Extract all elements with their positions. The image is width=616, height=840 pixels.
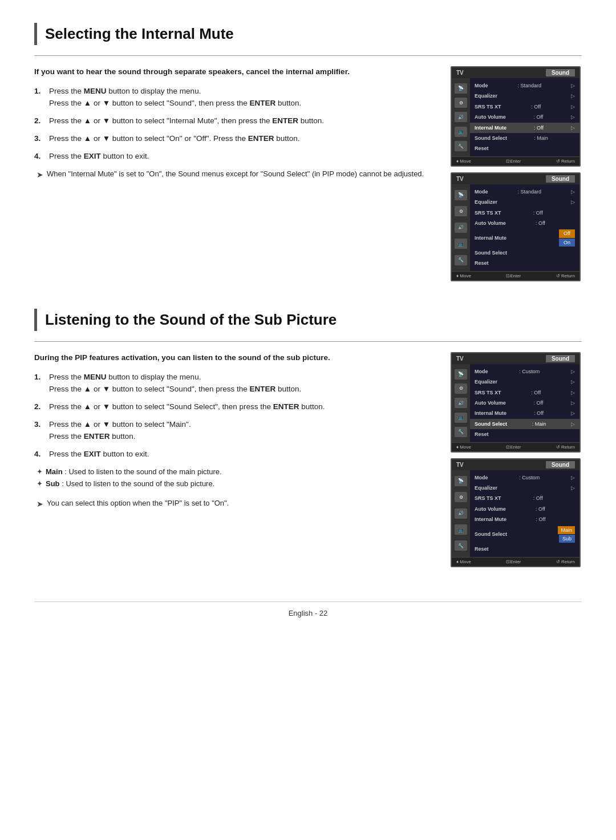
row2-equalizer: Equalizer ▷ — [470, 197, 579, 207]
row3-reset: Reset — [470, 429, 579, 439]
screen1-icons: 📡 ⚙ 🔊 📺 🔧 — [452, 78, 470, 156]
screen1-menu: Mode : Standard ▷ Equalizer ▷ SRS TS XT … — [470, 78, 579, 156]
section1-screen1: TV Sound 📡 ⚙ 🔊 📺 🔧 Mode : Standard — [451, 66, 581, 167]
section1-title: Selecting the Internal Mute — [34, 23, 582, 45]
screen2-body: 📡 ⚙ 🔊 📺 🔧 Mode : Standard ▷ Equ — [452, 184, 579, 271]
screen3-header: TV Sound — [452, 353, 579, 364]
icon4-antenna: 📡 — [455, 476, 467, 486]
internal-mute-on-box: On — [559, 239, 575, 247]
row4-srs: SRS TS XT : Off — [470, 493, 579, 503]
screen1-body: 📡 ⚙ 🔊 📺 🔧 Mode : Standard ▷ Equ — [452, 78, 579, 156]
icon2-settings3: 📺 — [455, 239, 467, 249]
icon3-settings3: 📺 — [455, 413, 467, 423]
icon2-antenna: 📡 — [455, 190, 467, 200]
section1-text-col: If you want to hear the sound through se… — [34, 66, 437, 181]
icon4-settings3: 📺 — [455, 524, 467, 535]
icon4-settings4: 🔧 — [455, 540, 467, 551]
row-srs: SRS TS XT : Off ▷ — [470, 102, 579, 112]
step-1-2: Press the ▲ or ▼ button to select "Inter… — [34, 115, 437, 127]
note2-arrow-icon: ➤ — [37, 498, 43, 510]
screen1-sound-label: Sound — [546, 69, 575, 76]
section2-screen2: TV Sound 📡 ⚙ 🔊 📺 🔧 Mode : Custom — [451, 458, 581, 567]
section1-steps: Press the MENU button to display the men… — [34, 86, 437, 163]
row3-internal-mute: Internal Mute : Off ▷ — [470, 408, 579, 418]
icon-settings1: ⚙ — [455, 98, 467, 108]
section2-intro: During the PIP features activation, you … — [34, 352, 437, 364]
row-reset-s1: Reset — [470, 143, 579, 154]
bullet-sub: ✦ Sub : Used to listen to the sound of t… — [37, 478, 437, 490]
row-internal-mute-s1: Internal Mute : Off ▷ — [470, 123, 579, 133]
screen1-footer: ♦ Move ⊡Enter ↺ Return — [452, 156, 579, 165]
icon3-settings2: 🔊 — [455, 398, 467, 408]
screen2-tv-label: TV — [456, 176, 464, 182]
icon4-settings2: 🔊 — [455, 508, 467, 519]
sound-select-main-box: Main — [558, 526, 575, 534]
screen2-icons: 📡 ⚙ 🔊 📺 🔧 — [452, 184, 470, 271]
screen4-body: 📡 ⚙ 🔊 📺 🔧 Mode : Custom ▷ Equal — [452, 470, 579, 557]
screen4-icons: 📡 ⚙ 🔊 📺 🔧 — [452, 470, 470, 557]
section2-screen1: TV Sound 📡 ⚙ 🔊 📺 🔧 Mode : Custom — [451, 352, 581, 453]
section-sub-picture: Listening to the Sound of the Sub Pictur… — [34, 309, 582, 567]
row-sound-select-s1: Sound Select : Main — [470, 133, 579, 143]
step-1-1: Press the MENU button to display the men… — [34, 86, 437, 110]
step-2-1: Press the MENU button to display the men… — [34, 371, 437, 395]
bullet-main: ✦ Main : Used to listen to the sound of … — [37, 466, 437, 478]
section1-screens: TV Sound 📡 ⚙ 🔊 📺 🔧 Mode : Standard — [451, 66, 582, 281]
row2-sound-select: Sound Select — [470, 248, 579, 258]
page-number: English - 22 — [289, 609, 328, 617]
screen1-header: TV Sound — [452, 67, 579, 78]
section2-steps: Press the MENU button to display the men… — [34, 371, 437, 461]
row-auto-volume: Auto Volume : Off ▷ — [470, 112, 579, 122]
section1-intro: If you want to hear the sound through se… — [34, 66, 437, 78]
section2-content: During the PIP features activation, you … — [34, 352, 582, 567]
row4-sound-select: Sound Select Main Sub — [470, 525, 579, 544]
row-equalizer: Equalizer ▷ — [470, 91, 579, 101]
section2-text-col: During the PIP features activation, you … — [34, 352, 437, 510]
step-2-4: Press the EXIT button to exit. — [34, 449, 437, 461]
icon3-antenna: 📡 — [455, 369, 467, 379]
screen2-header: TV Sound — [452, 173, 579, 184]
screen4-header: TV Sound — [452, 459, 579, 470]
screen2-footer: ♦ Move ⊡Enter ↺ Return — [452, 271, 579, 280]
screen3-menu: Mode : Custom ▷ Equalizer ▷ SRS TS XT : … — [470, 364, 579, 442]
icon2-settings1: ⚙ — [455, 206, 467, 216]
section2-divider — [34, 341, 582, 342]
screen1-tv-label: TV — [456, 70, 464, 76]
icon2-settings2: 🔊 — [455, 223, 467, 233]
row3-sound-select: Sound Select : Main ▷ — [470, 419, 579, 429]
screen4-menu: Mode : Custom ▷ Equalizer ▷ SRS TS XT : … — [470, 470, 579, 557]
row2-mode: Mode : Standard ▷ — [470, 187, 579, 197]
internal-mute-off-box: Off — [559, 229, 575, 237]
icon4-settings1: ⚙ — [455, 492, 467, 502]
icon-settings4: 🔧 — [455, 141, 467, 151]
step-2-3: Press the ▲ or ▼ button to select "Main"… — [34, 419, 437, 443]
icon-settings2: 🔊 — [455, 112, 467, 122]
icon-antenna: 📡 — [455, 83, 467, 94]
step-2-2: Press the ▲ or ▼ button to select "Sound… — [34, 401, 437, 413]
section2-note: ➤ You can select this option when the "P… — [34, 498, 437, 510]
row2-reset: Reset — [470, 258, 579, 268]
row4-internal-mute: Internal Mute : Off — [470, 514, 579, 524]
row4-equalizer: Equalizer ▷ — [470, 483, 579, 493]
row-mode: Mode : Standard ▷ — [470, 80, 579, 91]
row4-mode: Mode : Custom ▷ — [470, 472, 579, 483]
row2-internal-mute: Internal Mute Off On — [470, 228, 579, 248]
screen2-menu: Mode : Standard ▷ Equalizer ▷ SRS TS XT … — [470, 184, 579, 271]
row2-auto-volume: Auto Volume : Off — [470, 218, 579, 228]
section1-divider — [34, 55, 582, 56]
icon2-settings4: 🔧 — [455, 255, 467, 265]
section1-content: If you want to hear the sound through se… — [34, 66, 582, 281]
row3-srs: SRS TS XT : Off ▷ — [470, 387, 579, 398]
sound-select-sub-box: Sub — [559, 535, 575, 543]
note-arrow-icon: ➤ — [37, 169, 43, 181]
icon3-settings1: ⚙ — [455, 383, 467, 394]
section-internal-mute: Selecting the Internal Mute If you want … — [34, 23, 582, 281]
icon-settings3: 📺 — [455, 127, 467, 137]
section1-screen2: TV Sound 📡 ⚙ 🔊 📺 🔧 Mode : Standard — [451, 172, 581, 281]
section1-note: ➤ When "Internal Mute" is set to "On", t… — [34, 168, 437, 181]
page-footer: English - 22 — [34, 601, 582, 617]
section2-bullets: ✦ Main : Used to listen to the sound of … — [34, 466, 437, 490]
section2-screens: TV Sound 📡 ⚙ 🔊 📺 🔧 Mode : Custom — [451, 352, 582, 567]
row4-reset: Reset — [470, 544, 579, 554]
row3-equalizer: Equalizer ▷ — [470, 377, 579, 387]
